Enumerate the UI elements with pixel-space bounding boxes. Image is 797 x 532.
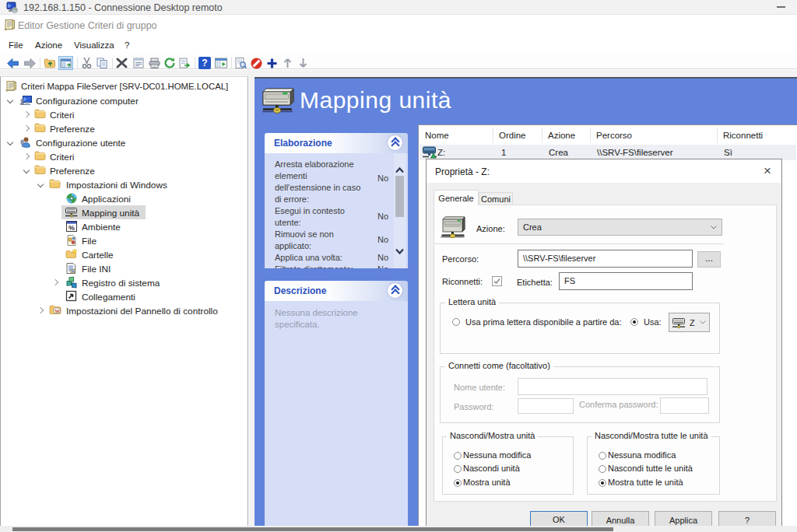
svg-text:W: W <box>54 308 60 313</box>
svg-text:%: % <box>68 224 75 232</box>
